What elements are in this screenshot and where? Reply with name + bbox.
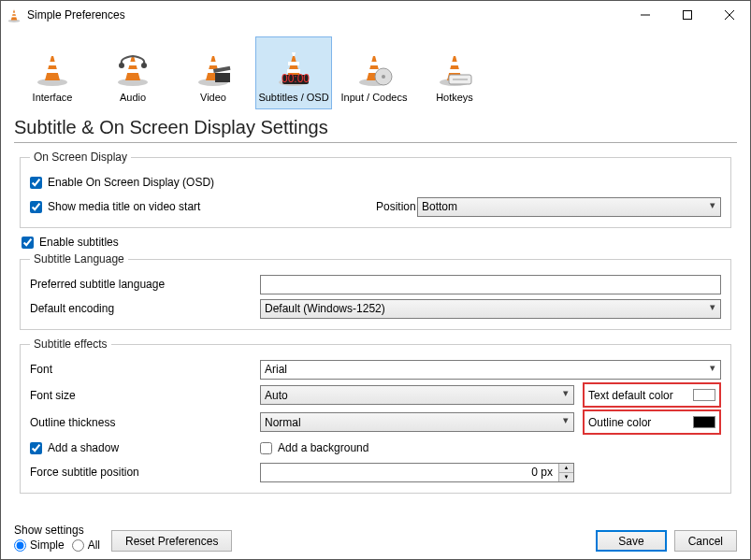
enable-subtitles-checkbox[interactable]: Enable subtitles bbox=[22, 236, 731, 249]
close-button[interactable] bbox=[708, 1, 750, 29]
show-settings-label: Show settings bbox=[14, 524, 100, 537]
cone-icon bbox=[34, 49, 71, 86]
disc-cone-icon bbox=[355, 49, 393, 86]
tab-label: Video bbox=[200, 92, 226, 103]
text-color-row: Text default color bbox=[583, 382, 721, 408]
svg-text:00:00: 00:00 bbox=[282, 72, 310, 85]
subtitle-cone-icon: 00:00 bbox=[275, 49, 312, 86]
position-select[interactable]: Bottom bbox=[417, 197, 721, 217]
pref-lang-label: Preferred subtitle language bbox=[30, 278, 260, 291]
headphones-cone-icon bbox=[114, 49, 152, 86]
position-label: Position bbox=[376, 200, 417, 213]
window-title: Simple Preferences bbox=[27, 8, 125, 22]
minimize-button[interactable] bbox=[624, 1, 666, 29]
tab-subtitles[interactable]: 00:00 Subtitles / OSD bbox=[255, 36, 332, 109]
text-color-label: Text default color bbox=[588, 389, 673, 402]
cancel-button[interactable]: Cancel bbox=[674, 530, 737, 552]
language-legend: Subtitle Language bbox=[30, 252, 128, 266]
tab-label: Interface bbox=[33, 92, 73, 103]
outline-color-row: Outline color bbox=[583, 409, 721, 435]
tab-video[interactable]: Video bbox=[175, 36, 252, 109]
svg-point-8 bbox=[141, 63, 147, 68]
category-tabs: Interface Audio Video 00:00 Subtitles / … bbox=[14, 36, 737, 109]
font-size-label: Font size bbox=[30, 389, 260, 402]
svg-rect-9 bbox=[215, 73, 230, 82]
divider bbox=[14, 142, 737, 143]
force-pos-stepper[interactable]: ▲▼ bbox=[260, 463, 574, 482]
shadow-checkbox[interactable]: Add a shadow bbox=[30, 441, 260, 454]
page-title: Subtitle & On Screen Display Settings bbox=[14, 117, 737, 138]
language-group: Subtitle Language Preferred subtitle lan… bbox=[20, 252, 731, 330]
tab-hotkeys[interactable]: Hotkeys bbox=[416, 36, 493, 109]
background-checkbox[interactable]: Add a background bbox=[260, 441, 368, 454]
encoding-select[interactable]: Default (Windows-1252) bbox=[260, 299, 721, 319]
enable-osd-checkbox[interactable]: Enable On Screen Display (OSD) bbox=[30, 176, 214, 189]
effects-group: Subtitle effects Font Arial Font size Au… bbox=[20, 337, 731, 494]
show-all-radio[interactable]: All bbox=[72, 538, 100, 552]
outline-select[interactable]: Normal bbox=[260, 412, 574, 432]
text-color-swatch[interactable] bbox=[693, 389, 715, 401]
titlebar: Simple Preferences bbox=[1, 1, 750, 29]
tab-audio[interactable]: Audio bbox=[94, 36, 171, 109]
font-select[interactable]: Arial bbox=[260, 360, 721, 380]
tab-label: Audio bbox=[120, 92, 146, 103]
tab-label: Subtitles / OSD bbox=[258, 92, 328, 103]
tab-input[interactable]: Input / Codecs bbox=[336, 36, 412, 109]
show-settings: Show settings Simple All bbox=[14, 524, 100, 552]
font-label: Font bbox=[30, 363, 260, 376]
outline-color-label: Outline color bbox=[588, 416, 651, 429]
tab-interface[interactable]: Interface bbox=[14, 36, 91, 109]
keyboard-cone-icon bbox=[436, 49, 473, 86]
maximize-button[interactable] bbox=[666, 1, 708, 29]
spin-up-icon[interactable]: ▲ bbox=[558, 464, 573, 473]
app-icon bbox=[7, 7, 22, 22]
osd-legend: On Screen Display bbox=[30, 151, 131, 164]
outline-color-swatch[interactable] bbox=[693, 416, 715, 428]
outline-label: Outline thickness bbox=[30, 416, 260, 429]
show-title-checkbox[interactable]: Show media title on video start bbox=[30, 200, 376, 213]
tab-label: Input / Codecs bbox=[341, 92, 408, 103]
svg-point-14 bbox=[382, 75, 385, 79]
effects-legend: Subtitle effects bbox=[30, 337, 111, 351]
osd-group: On Screen Display Enable On Screen Displ… bbox=[20, 151, 731, 228]
font-size-select[interactable]: Auto bbox=[260, 385, 574, 405]
encoding-label: Default encoding bbox=[30, 302, 260, 315]
clapper-cone-icon bbox=[195, 49, 232, 86]
spin-down-icon[interactable]: ▼ bbox=[558, 473, 573, 481]
reset-button[interactable]: Reset Preferences bbox=[111, 530, 232, 552]
tab-label: Hotkeys bbox=[436, 92, 473, 103]
svg-point-7 bbox=[119, 63, 124, 68]
show-simple-radio[interactable]: Simple bbox=[14, 538, 65, 552]
svg-rect-4 bbox=[683, 11, 691, 20]
force-pos-label: Force subtitle position bbox=[30, 466, 260, 479]
save-button[interactable]: Save bbox=[596, 530, 666, 552]
pref-lang-input[interactable] bbox=[260, 275, 721, 294]
